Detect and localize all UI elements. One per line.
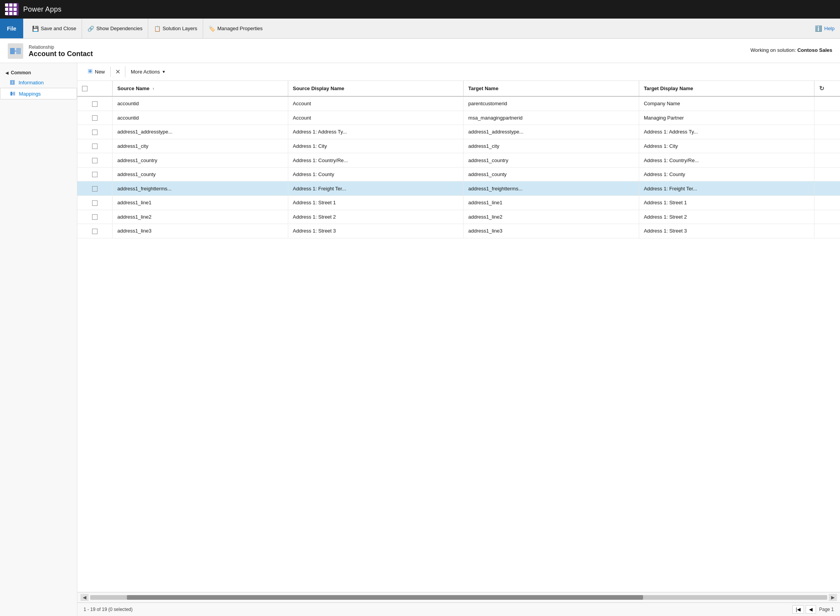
table-row[interactable]: address1_freightterms...Address 1: Freig… <box>77 181 840 196</box>
ribbon-managed-properties[interactable]: 🏷️ Managed Properties <box>203 19 268 38</box>
row-checkbox[interactable] <box>92 130 98 135</box>
managed-properties-icon: 🏷️ <box>209 25 216 32</box>
table-row[interactable]: address1_countryAddress 1: Country/Re...… <box>77 153 840 168</box>
row-checkbox-cell[interactable] <box>77 111 113 125</box>
table-row[interactable]: address1_line1Address 1: Street 1address… <box>77 195 840 210</box>
row-checkbox[interactable] <box>92 144 98 149</box>
scroll-left-icon[interactable]: ◀ <box>80 594 89 601</box>
scroll-track[interactable] <box>90 595 827 600</box>
table-row[interactable]: address1_addresstype...Address 1: Addres… <box>77 125 840 139</box>
more-actions-button[interactable]: More Actions ▼ <box>125 67 171 77</box>
row-checkbox[interactable] <box>92 172 98 177</box>
source-name-cell: accountid <box>113 96 288 111</box>
row-action-cell <box>814 139 840 153</box>
page-label: Page 1 <box>819 607 834 612</box>
relationship-icon <box>8 43 23 59</box>
help-button[interactable]: ℹ️ Help <box>809 24 840 34</box>
data-grid[interactable]: Source Name ↑ Source Display Name Target… <box>77 81 840 592</box>
row-checkbox[interactable] <box>92 200 98 206</box>
section-arrow: ◀ <box>5 71 9 75</box>
source-display-name-cell: Address 1: Street 2 <box>288 210 464 224</box>
svg-text:i: i <box>12 80 13 84</box>
ribbon-solution-layers[interactable]: 📋 Solution Layers <box>148 19 203 38</box>
row-checkbox-cell[interactable] <box>77 96 113 111</box>
scroll-thumb[interactable] <box>127 595 643 600</box>
source-name-cell: address1_line2 <box>113 210 288 224</box>
prev-page-button[interactable]: ◀ <box>806 605 816 614</box>
row-checkbox-cell[interactable] <box>77 153 113 168</box>
row-action-cell <box>814 224 840 238</box>
col-target-name[interactable]: Target Name <box>464 81 639 96</box>
target-name-cell: parentcustomerid <box>464 96 639 111</box>
row-checkbox[interactable] <box>92 101 98 107</box>
ribbon-save-close[interactable]: 💾 Save and Close <box>26 19 82 38</box>
sidebar-item-information[interactable]: i Information <box>0 77 77 88</box>
source-display-name-cell: Address 1: Street 3 <box>288 224 464 238</box>
more-actions-chevron: ▼ <box>162 70 166 74</box>
working-on-banner: Working on solution: Contoso Sales <box>751 43 832 53</box>
target-name-cell: address1_country <box>464 153 639 168</box>
row-checkbox[interactable] <box>92 229 98 234</box>
record-count: 1 - 19 of 19 (0 selected) <box>84 607 133 612</box>
row-action-cell <box>814 96 840 111</box>
save-close-icon: 💾 <box>32 25 39 32</box>
source-display-name-cell: Account <box>288 111 464 125</box>
svg-rect-1 <box>16 48 21 54</box>
source-name-cell: address1_freightterms... <box>113 181 288 196</box>
col-select[interactable] <box>77 81 113 96</box>
new-button[interactable]: New <box>82 67 111 77</box>
select-all-checkbox[interactable] <box>82 86 87 91</box>
source-display-name-cell: Address 1: Street 1 <box>288 195 464 210</box>
row-checkbox-cell[interactable] <box>77 195 113 210</box>
scroll-right-icon[interactable]: ▶ <box>829 594 837 601</box>
row-action-cell <box>814 195 840 210</box>
table-row[interactable]: address1_cityAddress 1: Cityaddress1_cit… <box>77 139 840 153</box>
table-body: accountidAccountparentcustomeridCompany … <box>77 96 840 238</box>
source-name-cell: address1_county <box>113 167 288 181</box>
row-checkbox[interactable] <box>92 186 98 192</box>
target-display-name-cell: Address 1: Street 2 <box>639 210 814 224</box>
row-checkbox-cell[interactable] <box>77 210 113 224</box>
refresh-icon[interactable]: ↻ <box>819 85 824 92</box>
first-page-button[interactable]: |◀ <box>792 605 804 614</box>
page-header-text: Relationship Account to Contact <box>29 44 93 58</box>
table-row[interactable]: address1_line3Address 1: Street 3address… <box>77 224 840 238</box>
ribbon-show-dependencies[interactable]: 🔗 Show Dependencies <box>82 19 148 38</box>
horizontal-scrollbar[interactable]: ◀ ▶ <box>77 592 840 602</box>
target-display-name-cell: Address 1: Street 3 <box>639 224 814 238</box>
table-row[interactable]: accountidAccountmsa_managingpartneridMan… <box>77 111 840 125</box>
col-source-name[interactable]: Source Name ↑ <box>113 81 288 96</box>
col-target-display-name[interactable]: Target Display Name <box>639 81 814 96</box>
page-header-left: Relationship Account to Contact <box>8 43 93 59</box>
table-row[interactable]: address1_line2Address 1: Street 2address… <box>77 210 840 224</box>
source-name-cell: address1_line3 <box>113 224 288 238</box>
row-action-cell <box>814 181 840 196</box>
row-checkbox-cell[interactable] <box>77 167 113 181</box>
target-display-name-cell: Address 1: Address Ty... <box>639 125 814 139</box>
row-checkbox-cell[interactable] <box>77 125 113 139</box>
row-checkbox-cell[interactable] <box>77 224 113 238</box>
row-checkbox[interactable] <box>92 115 98 121</box>
table-row[interactable]: address1_countyAddress 1: Countyaddress1… <box>77 167 840 181</box>
col-source-display-name[interactable]: Source Display Name <box>288 81 464 96</box>
table-row[interactable]: accountidAccountparentcustomeridCompany … <box>77 96 840 111</box>
content-pane: New ✕ More Actions ▼ <box>77 63 840 616</box>
waffle-menu[interactable] <box>6 3 19 15</box>
row-checkbox[interactable] <box>92 158 98 163</box>
sidebar-item-mappings[interactable]: Mappings <box>0 88 77 99</box>
col-refresh[interactable]: ↻ <box>814 81 840 96</box>
svg-rect-0 <box>10 48 15 54</box>
target-display-name-cell: Managing Partner <box>639 111 814 125</box>
sidebar: ◀ Common i Information <box>0 63 77 616</box>
information-icon: i <box>9 79 15 86</box>
target-display-name-cell: Address 1: County <box>639 167 814 181</box>
file-button[interactable]: File <box>0 19 23 38</box>
row-checkbox-cell[interactable] <box>77 139 113 153</box>
nav-section-common: ◀ Common <box>0 67 77 77</box>
content-toolbar: New ✕ More Actions ▼ <box>77 63 840 81</box>
delete-button[interactable]: ✕ <box>111 66 125 77</box>
mappings-icon <box>10 91 16 97</box>
row-checkbox-cell[interactable] <box>77 181 113 196</box>
row-checkbox[interactable] <box>92 214 98 220</box>
source-name-cell: address1_country <box>113 153 288 168</box>
